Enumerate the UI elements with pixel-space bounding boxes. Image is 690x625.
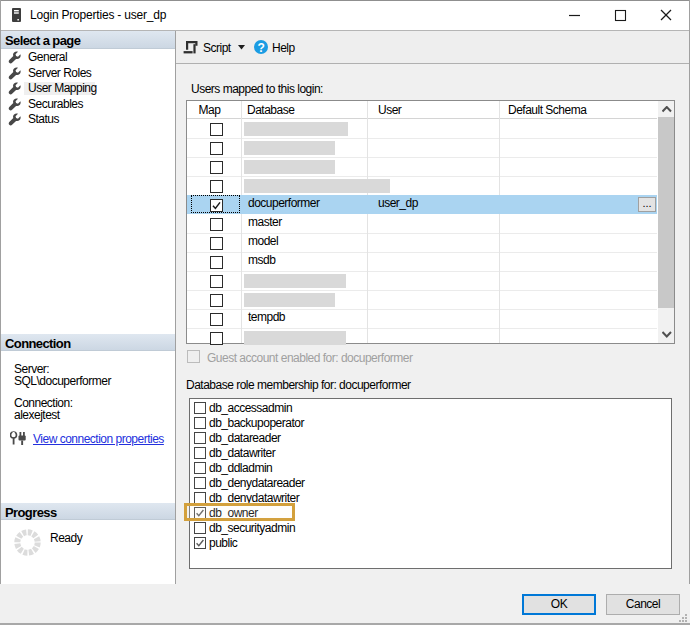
svg-text:?: ?: [258, 41, 265, 55]
